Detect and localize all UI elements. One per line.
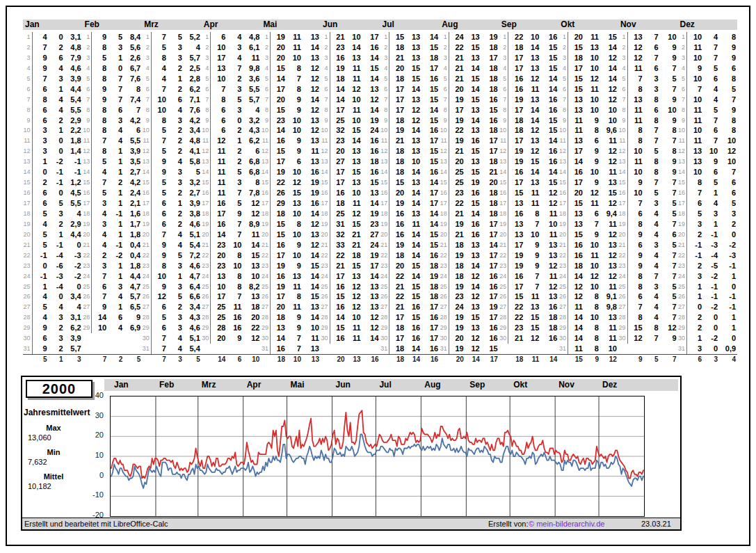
cell-max[interactable]: 18	[449, 271, 465, 282]
cell-mittel[interactable]: 7	[124, 105, 142, 115]
cell-mittel[interactable]: 1	[719, 271, 737, 282]
cell-mittel[interactable]: 5	[660, 209, 678, 219]
cell-min[interactable]: 13	[465, 157, 481, 167]
cell-max[interactable]: 21	[449, 230, 465, 240]
cell-mittel[interactable]: 15	[540, 53, 558, 63]
cell-max[interactable]: 21	[389, 53, 405, 63]
cell-max[interactable]: 15	[568, 198, 584, 209]
cell-max[interactable]: 9	[33, 63, 49, 74]
cell-min[interactable]: 6	[49, 53, 65, 63]
cell-max[interactable]: 6	[152, 323, 168, 333]
cell-min[interactable]: 4	[644, 312, 660, 323]
cell-mittel[interactable]: 16	[540, 32, 558, 42]
cell-max[interactable]: 15	[271, 146, 287, 157]
cell-min[interactable]: 14	[465, 115, 481, 126]
cell-max[interactable]: 19	[508, 157, 524, 167]
cell-mittel[interactable]: 18	[421, 261, 440, 271]
cell-min[interactable]: -3	[703, 240, 719, 250]
cell-min[interactable]: 11	[524, 84, 540, 95]
cell-max[interactable]: 19	[389, 198, 405, 209]
cell-min[interactable]: 7	[287, 344, 303, 354]
cell-min[interactable]: 5	[644, 188, 660, 198]
cell-mittel[interactable]: 6,4	[184, 282, 202, 292]
cell-min[interactable]: 2	[49, 344, 65, 354]
cell-max[interactable]: 7	[628, 74, 644, 84]
cell-mittel[interactable]: 7,9	[65, 53, 83, 63]
cell-mittel[interactable]: 6,2	[184, 84, 202, 95]
cell-min[interactable]: 6	[108, 312, 124, 323]
cell-mittel[interactable]: 8	[660, 125, 678, 136]
cell-mittel[interactable]: 17	[421, 188, 440, 198]
cell-max[interactable]: 25	[211, 302, 227, 312]
cell-max[interactable]: 19	[389, 125, 405, 136]
cell-max[interactable]: 19	[389, 240, 405, 250]
cell-mittel[interactable]: 3,4	[65, 291, 83, 302]
cell-max[interactable]: 5	[33, 230, 49, 240]
cell-max[interactable]: 22	[508, 32, 524, 42]
cell-max[interactable]: 11	[687, 42, 703, 53]
cell-max[interactable]: 19	[508, 95, 524, 105]
cell-max[interactable]: 17	[449, 105, 465, 115]
cell-min[interactable]	[524, 344, 540, 354]
cell-max[interactable]: 19	[449, 115, 465, 126]
cell-min[interactable]: 2	[168, 302, 184, 312]
cell-max[interactable]: 15	[271, 219, 287, 230]
cell-mittel[interactable]: 2,2	[65, 125, 83, 136]
cell-min[interactable]: 15	[465, 42, 481, 53]
cell-max[interactable]: 8	[92, 115, 108, 126]
cell-mittel[interactable]: 15	[421, 95, 440, 105]
cell-max[interactable]: 13	[211, 271, 227, 282]
cell-max[interactable]: 17	[508, 177, 524, 188]
cell-min[interactable]: 11	[346, 63, 362, 74]
cell-max[interactable]: 15	[568, 74, 584, 84]
cell-min[interactable]: 10	[287, 230, 303, 240]
cell-max[interactable]: 10	[628, 146, 644, 157]
cell-max[interactable]: 7	[33, 74, 49, 84]
cell-min[interactable]: 10	[287, 53, 303, 63]
cell-mittel[interactable]: 13	[303, 32, 321, 42]
cell-min[interactable]: -1	[703, 282, 719, 292]
cell-max[interactable]: 23	[211, 261, 227, 271]
cell-mittel[interactable]: 5,1	[184, 333, 202, 344]
cell-max[interactable]: 23	[330, 136, 346, 146]
cell-max[interactable]: 23	[449, 291, 465, 302]
cell-mittel[interactable]: 18	[481, 198, 499, 209]
cell-max[interactable]: 20	[271, 302, 287, 312]
cell-min[interactable]: 8	[227, 250, 243, 261]
cell-min[interactable]: 12	[346, 84, 362, 95]
cell-min[interactable]: 10	[346, 32, 362, 42]
cell-mittel[interactable]: 1,8	[124, 230, 142, 240]
cell-max[interactable]: 18	[449, 240, 465, 250]
cell-mittel[interactable]: 15	[421, 157, 440, 167]
cell-mittel[interactable]: -1	[65, 167, 83, 177]
cell-mittel[interactable]: 16	[362, 42, 380, 53]
cell-min[interactable]: 7	[703, 42, 719, 53]
cell-max[interactable]: 12	[628, 333, 644, 344]
cell-max[interactable]: 16	[508, 74, 524, 84]
cell-min[interactable]: 1	[108, 157, 124, 167]
cell-max[interactable]: 3	[33, 136, 49, 146]
cell-mittel[interactable]: 1	[719, 323, 737, 333]
cell-max[interactable]: 4	[33, 312, 49, 323]
cell-min[interactable]: 8	[287, 84, 303, 95]
cell-max[interactable]: 15	[568, 84, 584, 95]
cell-mittel[interactable]: 17	[481, 146, 499, 157]
cell-mittel[interactable]: 8	[719, 74, 737, 84]
cell-min[interactable]: 5	[227, 167, 243, 177]
cell-mittel[interactable]: 14	[303, 95, 321, 105]
cell-min[interactable]: 4	[49, 105, 65, 115]
cell-mittel[interactable]: 14	[362, 53, 380, 63]
cell-min[interactable]: 14	[405, 240, 421, 250]
cell-min[interactable]: 13	[465, 240, 481, 250]
cell-max[interactable]: 17	[508, 240, 524, 250]
cell-mittel[interactable]: 10	[243, 271, 261, 282]
cell-min[interactable]: 3	[108, 115, 124, 126]
cell-mittel[interactable]: 14	[362, 74, 380, 84]
cell-mittel[interactable]: 13	[303, 53, 321, 63]
cell-max[interactable]: 17	[211, 291, 227, 302]
cell-min[interactable]: 0	[49, 136, 65, 146]
cell-mittel[interactable]: 13	[540, 291, 558, 302]
cell-mittel[interactable]: 15	[362, 63, 380, 74]
cell-mittel[interactable]: 7,6	[124, 74, 142, 84]
cell-mittel[interactable]: 9	[660, 42, 678, 53]
